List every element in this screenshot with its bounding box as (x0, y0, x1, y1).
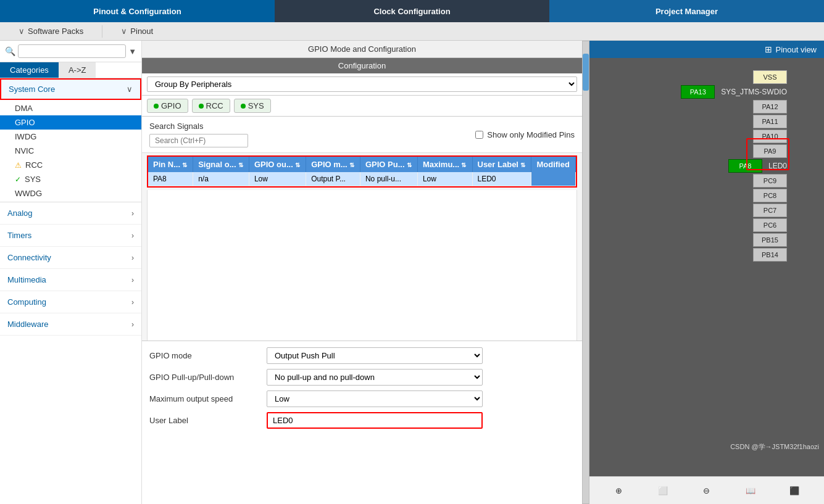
book-button[interactable]: 📖 (741, 482, 760, 499)
th-max[interactable]: Maximu...⇅ (417, 157, 472, 172)
cell-modified (531, 172, 576, 186)
th-signal[interactable]: Signal o...⇅ (193, 157, 249, 172)
zoom-in-button[interactable]: ⊕ (609, 482, 629, 499)
sidebar-item-dma[interactable]: DMA (0, 101, 141, 115)
zoom-out-button[interactable]: ⊖ (697, 482, 717, 499)
search-signals-input[interactable] (149, 134, 248, 147)
pin-pc6: PC6 (681, 218, 787, 232)
system-core-header[interactable]: System Core ∨ (0, 78, 141, 100)
tab-pinout-config[interactable]: Pinout & Configuration (0, 0, 275, 22)
scrollbar[interactable] (582, 41, 589, 504)
arrow-right-icon-2: › (131, 231, 134, 240)
pin-box-pa8[interactable]: PA8 (728, 159, 762, 173)
th-pull[interactable]: GPIO Pu...⇅ (360, 157, 417, 172)
tab-sys[interactable]: SYS (234, 99, 271, 113)
pin-list: VSS PA13 SYS_JTMS-SWDIO PA12 PA11 PA10 (681, 70, 787, 262)
th-modified[interactable]: Modified (531, 157, 576, 172)
sidebar-search-input[interactable] (18, 44, 126, 58)
group-by-select[interactable]: Group By Peripherals (147, 76, 577, 92)
pin-box-pa12[interactable]: PA12 (753, 100, 787, 114)
arrow-right-icon-4: › (131, 276, 134, 284)
cell-max-speed: Low (417, 172, 472, 186)
pin-box-pc6[interactable]: PC6 (753, 218, 787, 232)
rcc-dot (199, 104, 204, 109)
export-button[interactable]: ⬛ (784, 482, 804, 499)
scrollbar-thumb[interactable] (583, 54, 589, 91)
sidebar: 🔍 ▼ Categories A->Z System Core ∨ DMA (0, 41, 142, 504)
pin-box-pa11[interactable]: PA11 (753, 115, 787, 128)
gpio-table: Pin N...⇅ Signal o...⇅ GPIO ou...⇅ GPIO … (148, 157, 576, 186)
sort-icon-label: ⇅ (520, 162, 525, 168)
pin-box-vss[interactable]: VSS (753, 70, 787, 84)
th-pin[interactable]: Pin N...⇅ (148, 157, 193, 172)
chip-area: VSS PA13 SYS_JTMS-SWDIO PA12 PA11 PA10 (589, 58, 824, 476)
sidebar-item-iwdg[interactable]: IWDG (0, 130, 141, 144)
pin-pb15: PB15 (681, 233, 787, 247)
show-modified-checkbox[interactable] (475, 131, 483, 139)
sidebar-item-rcc[interactable]: ⚠ RCC (0, 158, 141, 172)
arrow-right-icon-6: › (131, 320, 134, 329)
tab-az[interactable]: A->Z (59, 62, 96, 78)
pin-box-pc9[interactable]: PC9 (753, 174, 787, 188)
user-label-row: User Label (149, 412, 575, 429)
pin-box-pa9[interactable]: PA9 (753, 144, 787, 158)
pin-pa12: PA12 (681, 100, 787, 114)
sidebar-item-wwdg[interactable]: WWDG (0, 186, 141, 200)
th-mode[interactable]: GPIO m...⇅ (306, 157, 360, 172)
gpio-title-bar: GPIO Mode and Configuration (142, 41, 582, 58)
sidebar-tabs: Categories A->Z (0, 62, 141, 78)
category-connectivity[interactable]: Connectivity › (0, 247, 141, 269)
pin-pa10: PA10 (681, 130, 787, 143)
table-row[interactable]: PA8 n/a Low Output P... No pull-u... Low… (148, 172, 576, 186)
gpio-mode-select[interactable]: Output Push Pull (267, 347, 483, 364)
tab-clock-config[interactable]: Clock Configuration (275, 0, 549, 22)
pull-select[interactable]: No pull-up and no pull-down (267, 369, 483, 386)
pin-box-pc7[interactable]: PC7 (753, 204, 787, 217)
sidebar-item-nvic[interactable]: NVIC (0, 144, 141, 158)
pin-box-pa13[interactable]: PA13 (681, 85, 715, 99)
category-middleware[interactable]: Middleware › (0, 313, 141, 336)
content-area: GPIO Mode and Configuration Configuratio… (142, 41, 582, 504)
pin-box-pb15[interactable]: PB15 (753, 233, 787, 247)
software-packs-item[interactable]: ∨ Software Packs (0, 27, 102, 36)
th-output[interactable]: GPIO ou...⇅ (249, 157, 306, 172)
sidebar-item-sys[interactable]: ✓ SYS (0, 172, 141, 186)
pin-box-pc8[interactable]: PC8 (753, 189, 787, 202)
chevron-icon: ∨ (19, 27, 25, 36)
pin-pa8-label: LED0 (768, 162, 787, 170)
category-multimedia[interactable]: Multimedia › (0, 269, 141, 291)
tab-project-manager[interactable]: Project Manager (549, 0, 824, 22)
tab-categories[interactable]: Categories (0, 62, 59, 78)
category-computing[interactable]: Computing › (0, 291, 141, 313)
pinout-view-icon: ⊞ (765, 44, 772, 54)
pin-pb14: PB14 (681, 248, 787, 262)
pull-row: GPIO Pull-up/Pull-down No pull-up and no… (149, 369, 575, 386)
sort-icon-max: ⇅ (461, 162, 466, 168)
pin-box-pb14[interactable]: PB14 (753, 248, 787, 262)
frame-button[interactable]: ⬜ (653, 482, 673, 499)
check-icon: ✓ (15, 175, 21, 184)
category-analog[interactable]: Analog › (0, 202, 141, 225)
group-by-row: Group By Peripherals (142, 73, 582, 96)
pin-pc7: PC7 (681, 204, 787, 217)
user-label-input[interactable] (267, 412, 483, 429)
gpio-table-wrapper: Pin N...⇅ Signal o...⇅ GPIO ou...⇅ GPIO … (147, 155, 577, 188)
th-user-label[interactable]: User Label⇅ (472, 157, 531, 172)
pinout-item[interactable]: ∨ Pinout (102, 27, 172, 36)
gpio-mode-row: GPIO mode Output Push Pull (149, 347, 575, 364)
tab-gpio[interactable]: GPIO (147, 99, 188, 113)
sort-icon-output: ⇅ (295, 162, 300, 168)
pin-pc8: PC8 (681, 189, 787, 202)
max-speed-row: Maximum output speed Low (149, 390, 575, 407)
right-bottom-toolbar: ⊕ ⬜ ⊖ 📖 ⬛ (589, 476, 824, 504)
sidebar-item-gpio[interactable]: GPIO (0, 115, 141, 130)
top-header: Pinout & Configuration Clock Configurati… (0, 0, 824, 22)
category-timers[interactable]: Timers › (0, 225, 141, 247)
watermark: CSDN @学→JSTM32f1haozi (730, 442, 819, 452)
max-speed-select[interactable]: Low (267, 390, 483, 407)
pin-box-pa10[interactable]: PA10 (753, 130, 787, 143)
book-icon: 📖 (746, 486, 755, 495)
tab-rcc[interactable]: RCC (192, 99, 230, 113)
config-header: Configuration (142, 58, 582, 73)
pin-pa8: PA8 LED0 (681, 159, 787, 173)
